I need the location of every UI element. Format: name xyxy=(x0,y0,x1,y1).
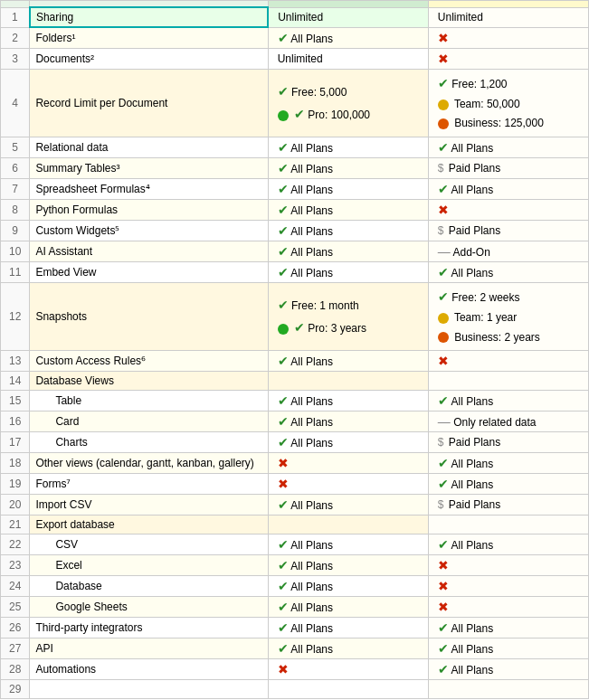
x-icon: ✖ xyxy=(438,354,449,368)
table-row: 17Charts✔ All Plans$ Paid Plans xyxy=(1,432,589,453)
row-number: 17 xyxy=(1,432,30,453)
row-number: 22 xyxy=(1,534,30,555)
grist-cell: ✔ All Plans xyxy=(268,495,428,516)
grist-cell: ✖ xyxy=(268,474,428,495)
check-icon: ✔ xyxy=(278,265,289,279)
row-number: 10 xyxy=(1,241,30,261)
airtable-cell: ✔ Free: 2 weeks Team: 1 year Business: 2… xyxy=(428,282,588,350)
airtable-cell: ✔ All Plans xyxy=(428,618,588,639)
table-row: 24Database✔ All Plans✖ xyxy=(1,576,589,597)
row-number: 15 xyxy=(1,391,30,411)
check-icon: ✔ xyxy=(278,244,289,259)
table-row: 3Documents²Unlimited✖ xyxy=(1,48,589,69)
table-row: 9Custom Widgets⁵✔ All Plans$ Paid Plans xyxy=(1,220,589,241)
x-icon: ✖ xyxy=(278,456,289,470)
table-row: 12Snapshots✔ Free: 1 month ✔ Pro: 3 year… xyxy=(1,282,589,350)
table-row: 29 xyxy=(1,680,589,699)
airtable-cell: — Add-On xyxy=(428,241,588,261)
row-number: 9 xyxy=(1,220,30,241)
check-icon: ✔ xyxy=(278,641,289,656)
feature-cell: Table xyxy=(30,391,268,411)
row-number: 2 xyxy=(1,27,30,48)
feature-cell: Embed View xyxy=(30,261,268,282)
check-icon: ✔ xyxy=(438,140,449,155)
row-number: 23 xyxy=(1,555,30,576)
airtable-cell: ✔ All Plans xyxy=(428,639,588,659)
x-icon: ✖ xyxy=(438,600,449,614)
table-row: 19Forms⁷✖✔ All Plans xyxy=(1,474,589,495)
dash-icon: — xyxy=(438,414,451,429)
x-icon: ✖ xyxy=(438,52,449,66)
airtable-cell: ✖ xyxy=(428,351,588,372)
grist-cell: ✔ All Plans xyxy=(268,618,428,639)
row-number: 19 xyxy=(1,474,30,495)
feature-cell: CSV xyxy=(30,534,268,555)
check-icon: ✔ xyxy=(278,223,289,238)
airtable-cell: ✔ All Plans xyxy=(428,391,588,411)
grist-cell: ✔ All Plans xyxy=(268,534,428,555)
airtable-cell: $ Paid Plans xyxy=(428,157,588,178)
table-row: 14Database Views xyxy=(1,372,589,391)
airtable-cell: — Only related data xyxy=(428,411,588,432)
grist-cell xyxy=(268,680,428,699)
table-row: 2Folders¹✔ All Plans✖ xyxy=(1,27,589,48)
check-icon: ✔ xyxy=(278,393,289,408)
check-icon: ✔ xyxy=(438,662,449,676)
row-number: 3 xyxy=(1,48,30,69)
table-row: 20Import CSV✔ All Plans$ Paid Plans xyxy=(1,495,589,516)
dollar-icon: $ xyxy=(438,162,444,175)
col-header-num xyxy=(1,1,30,8)
feature-cell: Excel xyxy=(30,555,268,576)
row-number: 14 xyxy=(1,372,30,391)
table-row: 18Other views (calendar, gantt, kanban, … xyxy=(1,453,589,474)
grist-cell: ✔ All Plans xyxy=(268,27,428,48)
dash-icon: — xyxy=(438,244,451,259)
check-icon: ✔ xyxy=(278,579,289,593)
table-row: 5Relational data✔ All Plans✔ All Plans xyxy=(1,137,589,157)
row-number: 24 xyxy=(1,576,30,597)
feature-cell: Custom Access Rules⁶ xyxy=(30,351,268,372)
table-row: 11Embed View✔ All Plans✔ All Plans xyxy=(1,261,589,282)
row-number: 7 xyxy=(1,178,30,199)
check-icon: ✔ xyxy=(278,600,289,614)
table-row: 27API✔ All Plans✔ All Plans xyxy=(1,639,589,659)
check-icon: ✔ xyxy=(438,182,449,196)
airtable-cell: ✖ xyxy=(428,27,588,48)
feature-cell: Export database xyxy=(30,516,268,534)
grist-cell: Unlimited xyxy=(268,7,428,27)
x-icon: ✖ xyxy=(438,31,449,45)
grist-cell: ✔ All Plans xyxy=(268,351,428,372)
row-number: 26 xyxy=(1,618,30,639)
x-icon: ✖ xyxy=(438,203,449,217)
check-icon: ✔ xyxy=(438,620,449,635)
check-icon: ✔ xyxy=(438,537,449,552)
feature-cell: Record Limit per Document xyxy=(30,69,268,137)
check-icon: ✔ xyxy=(278,435,289,449)
feature-cell: Card xyxy=(30,411,268,432)
x-icon: ✖ xyxy=(278,662,289,676)
airtable-line: Business: 2 years xyxy=(438,328,583,348)
table-row: 6Summary Tables³✔ All Plans$ Paid Plans xyxy=(1,157,589,178)
grist-line: ✔ Pro: 100,000 xyxy=(278,103,423,126)
grist-cell: Unlimited xyxy=(268,48,428,69)
row-number: 28 xyxy=(1,659,30,680)
airtable-cell: $ Paid Plans xyxy=(428,220,588,241)
grist-cell xyxy=(268,372,428,391)
airtable-cell: ✔ Free: 1,200 Team: 50,000 Business: 125… xyxy=(428,69,588,137)
check-icon: ✔ xyxy=(278,182,289,196)
airtable-cell: ✔ All Plans xyxy=(428,534,588,555)
col-header-grist xyxy=(268,1,428,8)
grist-cell: ✔ All Plans xyxy=(268,220,428,241)
check-icon: ✔ xyxy=(278,161,289,175)
table-row: 15Table✔ All Plans✔ All Plans xyxy=(1,391,589,411)
x-icon: ✖ xyxy=(438,579,449,593)
feature-cell: Snapshots xyxy=(30,282,268,350)
airtable-cell: Unlimited xyxy=(428,7,588,27)
airtable-cell xyxy=(428,372,588,391)
grist-cell xyxy=(268,516,428,534)
grist-cell: ✔ All Plans xyxy=(268,576,428,597)
grist-cell: ✔ Free: 5,000 ✔ Pro: 100,000 xyxy=(268,69,428,137)
grist-cell: ✔ All Plans xyxy=(268,157,428,178)
airtable-line: Business: 125,000 xyxy=(438,114,583,134)
table-row: 26Third-party integrators✔ All Plans✔ Al… xyxy=(1,618,589,639)
